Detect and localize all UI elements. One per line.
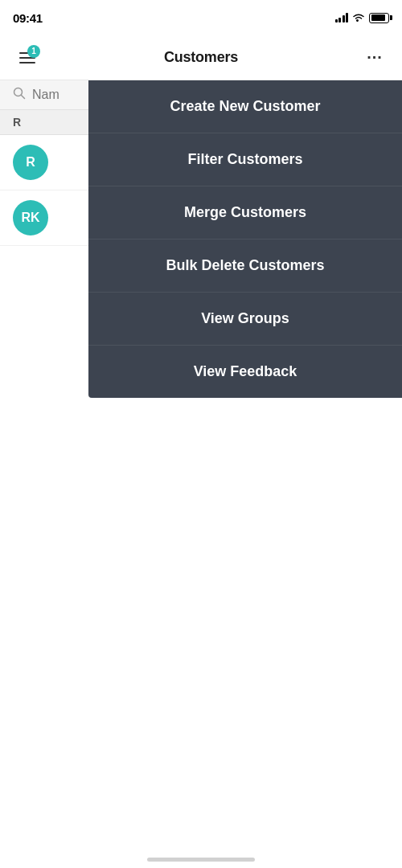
status-bar: 09:41 <box>0 0 402 35</box>
ellipsis-icon: ··· <box>367 48 383 67</box>
dropdown-item-bulk-delete-customers[interactable]: Bulk Delete Customers <box>88 240 402 293</box>
dropdown-item-label: View Feedback <box>194 363 297 380</box>
dropdown-item-view-feedback[interactable]: View Feedback <box>88 346 402 398</box>
search-icon <box>13 87 26 103</box>
dropdown-menu: Create New Customer Filter Customers Mer… <box>88 80 402 398</box>
avatar: R <box>13 145 48 180</box>
section-label: R <box>13 116 21 129</box>
signal-icon <box>335 13 349 23</box>
battery-icon <box>369 13 389 23</box>
notification-badge: 1 <box>27 45 40 58</box>
dropdown-item-create-new-customer[interactable]: Create New Customer <box>88 80 402 133</box>
dropdown-item-label: Filter Customers <box>187 151 302 168</box>
page-title: Customers <box>164 49 238 66</box>
avatar: RK <box>13 200 48 235</box>
menu-button[interactable]: 1 <box>13 43 42 72</box>
dropdown-item-label: Bulk Delete Customers <box>166 257 324 274</box>
dropdown-item-label: View Groups <box>201 310 289 327</box>
dropdown-item-view-groups[interactable]: View Groups <box>88 293 402 346</box>
dropdown-item-label: Create New Customer <box>170 98 320 115</box>
dropdown-item-label: Merge Customers <box>184 204 306 221</box>
dropdown-item-filter-customers[interactable]: Filter Customers <box>88 133 402 186</box>
home-indicator <box>147 858 255 862</box>
more-button[interactable]: ··· <box>360 43 389 72</box>
dropdown-item-merge-customers[interactable]: Merge Customers <box>88 186 402 240</box>
status-time: 09:41 <box>13 11 43 25</box>
nav-bar: 1 Customers ··· <box>0 35 402 80</box>
svg-line-1 <box>22 96 25 99</box>
wifi-icon <box>352 13 365 23</box>
status-icons <box>335 13 390 23</box>
